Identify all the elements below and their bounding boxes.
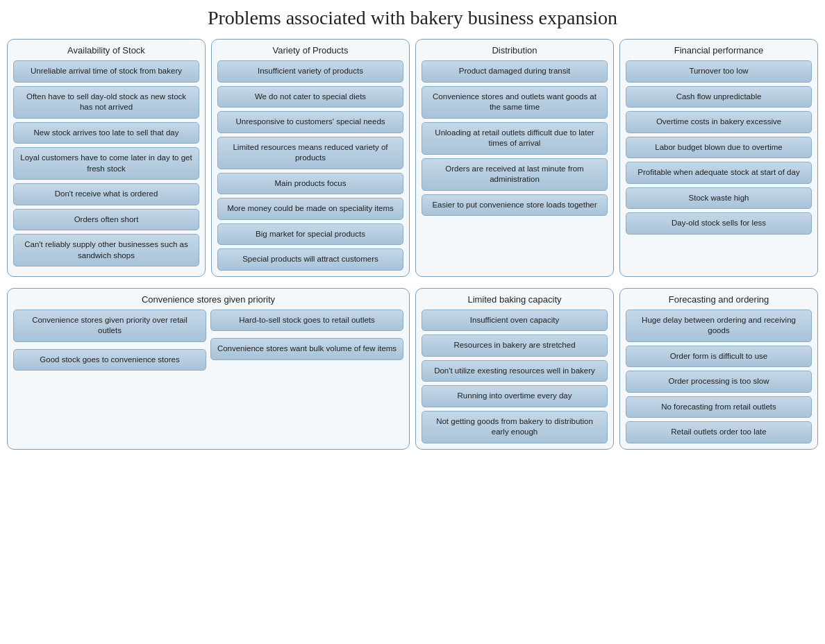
list-item: Orders often short [13, 209, 199, 231]
cards-variety: Insufficient variety of productsWe do no… [217, 60, 403, 271]
list-item: More money could be made on speciality i… [217, 198, 403, 220]
list-item: Loyal customers have to come later in da… [13, 147, 199, 180]
list-item: We do not cater to special diets [217, 86, 403, 108]
list-item: Not getting goods from bakery to distrib… [422, 411, 608, 443]
list-item: Turnover too low [626, 60, 812, 83]
section-title-lbc: Limited baking capacity [422, 294, 608, 305]
list-item: Can't reliably supply other businesses s… [13, 234, 199, 266]
list-item: Good stock goes to convenience stores [13, 349, 206, 371]
main-grid: Availability of Stock Unreliable arrival… [7, 39, 818, 282]
list-item: Order processing is too slow [626, 371, 812, 393]
section-convenience: Convenience stores given priority Conven… [7, 288, 410, 450]
section-title-distribution: Distribution [422, 45, 608, 56]
list-item: Orders are received at last minute from … [422, 158, 608, 191]
list-item: Cash flow unpredictable [626, 86, 812, 108]
section-distribution: Distribution Product damaged during tran… [415, 39, 614, 277]
list-item: Don't receive what is ordered [13, 183, 199, 205]
list-item: Big market for special products [217, 223, 403, 246]
section-title-forecasting: Forecasting and ordering [626, 294, 812, 305]
convenience-inner: Convenience stores given priority over r… [13, 310, 403, 371]
convenience-col1: Convenience stores given priority over r… [13, 310, 206, 371]
bottom-grid: Convenience stores given priority Conven… [7, 288, 818, 450]
section-financial: Financial performance Turnover too lowCa… [619, 39, 818, 277]
section-title-variety: Variety of Products [217, 45, 403, 56]
list-item: Overtime costs in bakery excessive [626, 111, 812, 133]
list-item: Limited resources means reduced variety … [217, 137, 403, 169]
list-item: Unresponsive to customers' special needs [217, 111, 403, 133]
list-item: Hard-to-sell stock goes to retail outlet… [210, 310, 403, 332]
list-item: Stock waste high [626, 187, 812, 210]
section-forecasting: Forecasting and ordering Huge delay betw… [619, 288, 818, 450]
section-variety: Variety of Products Insufficient variety… [211, 39, 410, 277]
list-item: Labor budget blown due to overtime [626, 137, 812, 159]
convenience-col2: Hard-to-sell stock goes to retail outlet… [210, 310, 403, 371]
list-item: Often have to sell day-old stock as new … [13, 86, 199, 119]
section-title-financial: Financial performance [626, 45, 812, 56]
list-item: Convenience stores and outlets want good… [422, 86, 608, 119]
cards-financial: Turnover too lowCash flow unpredictableO… [626, 60, 812, 235]
list-item: Product damaged during transit [422, 60, 608, 83]
list-item: Don't utilize exesting resources well in… [422, 360, 608, 382]
cards-availability: Unreliable arrival time of stock from ba… [13, 60, 199, 266]
list-item: Resources in bakery are stretched [422, 334, 608, 357]
list-item: Convenience stores given priority over r… [13, 310, 206, 342]
list-item: Special products will attract customers [217, 248, 403, 271]
list-item: Insufficient variety of products [217, 60, 403, 83]
cards-lbc: Insufficient oven capacityResources in b… [422, 310, 608, 443]
list-item: No forecasting from retail outlets [626, 396, 812, 418]
list-item: Day-old stock sells for less [626, 212, 812, 235]
cards-forecasting: Huge delay between ordering and receivin… [626, 310, 812, 443]
list-item: Order form is difficult to use [626, 346, 812, 368]
list-item: Unreliable arrival time of stock from ba… [13, 60, 199, 83]
list-item: New stock arrives too late to sell that … [13, 122, 199, 144]
section-lbc: Limited baking capacity Insufficient ove… [415, 288, 614, 450]
list-item: Running into overtime every day [422, 385, 608, 407]
list-item: Main products focus [217, 173, 403, 195]
list-item: Profitable when adequate stock at start … [626, 162, 812, 184]
list-item: Retail outlets order too late [626, 421, 812, 443]
list-item: Insufficient oven capacity [422, 310, 608, 332]
list-item: Convenience stores want bulk volume of f… [210, 338, 403, 360]
section-title-convenience: Convenience stores given priority [13, 294, 403, 305]
section-title-availability: Availability of Stock [13, 45, 199, 56]
page-title: Problems associated with bakery business… [7, 7, 818, 29]
list-item: Huge delay between ordering and receivin… [626, 310, 812, 342]
list-item: Easier to put convenience store loads to… [422, 194, 608, 217]
section-availability: Availability of Stock Unreliable arrival… [7, 39, 206, 277]
cards-distribution: Product damaged during transitConvenienc… [422, 60, 608, 216]
list-item: Unloading at retail outlets difficult du… [422, 122, 608, 155]
